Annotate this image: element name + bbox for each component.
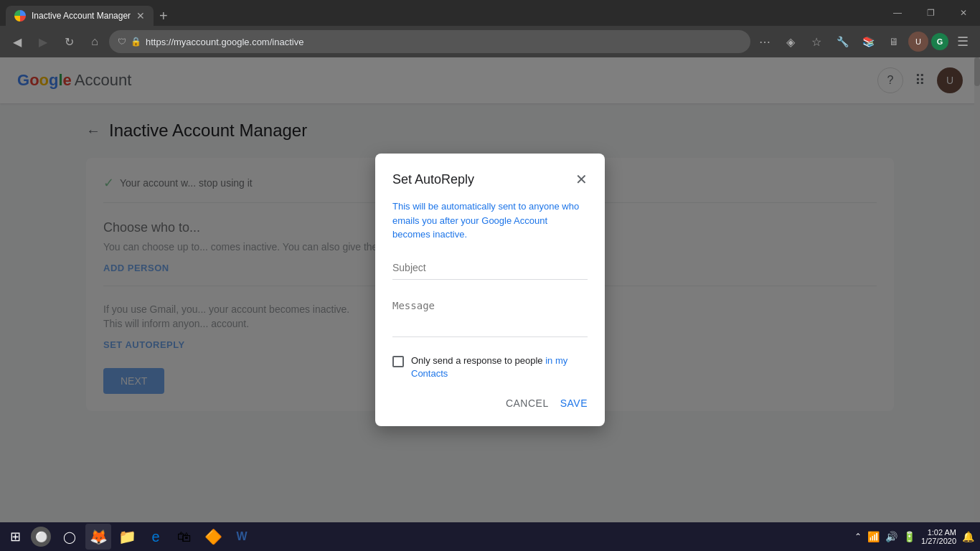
- window-controls: — ❐ ✕: [881, 0, 980, 26]
- tab-favicon: [14, 10, 26, 22]
- taskbar-cortana-icon[interactable]: ◯: [57, 524, 83, 550]
- minimize-button[interactable]: —: [881, 0, 914, 26]
- tab-bar: Inactive Account Manager ✕ + — ❐ ✕: [0, 0, 980, 26]
- taskbar-edge[interactable]: e: [143, 524, 169, 550]
- security-shield-icon: 🛡: [118, 37, 126, 47]
- contacts-checkbox-label: Only send a response to people in my Con…: [411, 354, 588, 380]
- taskbar-store[interactable]: 🛍: [171, 524, 197, 550]
- checkbox-label-text: Only send a response to people: [411, 355, 545, 366]
- menu-button[interactable]: ☰: [951, 30, 974, 53]
- dialog-description: This will be automatically sent to anyon…: [392, 199, 588, 242]
- page: Google Account ? ⠿ U ← Inactive Account …: [0, 57, 980, 522]
- subject-input[interactable]: [392, 256, 588, 280]
- file-explorer-icon: 📁: [118, 528, 136, 545]
- dialog-close-button[interactable]: ✕: [575, 171, 588, 188]
- extensions-icon[interactable]: 🔧: [831, 30, 854, 53]
- forward-button[interactable]: ▶: [32, 30, 55, 53]
- close-button[interactable]: ✕: [947, 0, 980, 26]
- profile-green-circle[interactable]: G: [931, 33, 948, 50]
- synced-tabs-icon[interactable]: 🖥: [882, 30, 905, 53]
- refresh-button[interactable]: ↻: [57, 30, 80, 53]
- battery-icon[interactable]: 🔋: [903, 531, 915, 542]
- address-text: https://myaccount.google.com/inactive: [146, 37, 742, 47]
- message-input[interactable]: [392, 294, 588, 337]
- firefox-icon: 🦊: [90, 528, 108, 545]
- home-button[interactable]: ⌂: [83, 30, 106, 53]
- store-icon: 🛍: [177, 529, 192, 545]
- vlc-icon: 🔶: [204, 528, 222, 545]
- taskbar-time: 1:02 AM: [921, 528, 956, 537]
- toolbar-actions: ⋯ ◈ ☆ 🔧 📚 🖥 U G ☰: [753, 30, 974, 53]
- edge-icon: e: [151, 529, 159, 545]
- cancel-button[interactable]: CANCEL: [506, 397, 549, 409]
- taskbar-search[interactable]: ⚪: [28, 524, 54, 550]
- account-avatar[interactable]: U: [908, 32, 928, 52]
- taskbar-right: ⌃ 📶 🔊 🔋 1:02 AM 1/27/2020 🔔: [854, 528, 974, 545]
- tab-title: Inactive Account Manager: [32, 11, 131, 21]
- save-button[interactable]: SAVE: [560, 397, 588, 409]
- address-bar[interactable]: 🛡 🔒 https://myaccount.google.com/inactiv…: [109, 30, 750, 53]
- word-icon: W: [236, 530, 247, 543]
- pocket-icon[interactable]: ◈: [779, 30, 802, 53]
- new-tab-button[interactable]: +: [154, 6, 174, 26]
- browser-chrome: Inactive Account Manager ✕ + — ❐ ✕ ◀ ▶ ↻…: [0, 0, 980, 57]
- clock[interactable]: 1:02 AM 1/27/2020: [921, 528, 956, 545]
- dialog-header: Set AutoReply ✕: [392, 171, 588, 188]
- taskbar-date: 1/27/2020: [921, 537, 956, 545]
- active-tab[interactable]: Inactive Account Manager ✕: [6, 6, 154, 26]
- back-button[interactable]: ◀: [6, 30, 29, 53]
- lock-icon: 🔒: [131, 37, 141, 47]
- start-button[interactable]: ⊞: [6, 529, 25, 545]
- dialog-actions: CANCEL SAVE: [392, 397, 588, 409]
- search-circle-icon: ⚪: [31, 527, 51, 547]
- network-icon[interactable]: 📶: [867, 531, 880, 542]
- modal-overlay: Set AutoReply ✕ This will be automatical…: [0, 57, 980, 522]
- taskbar-word[interactable]: W: [229, 524, 255, 550]
- restore-button[interactable]: ❐: [914, 0, 947, 26]
- volume-icon[interactable]: 🔊: [885, 531, 897, 542]
- bookmark-icon[interactable]: ☆: [805, 30, 828, 53]
- dialog-title: Set AutoReply: [392, 172, 474, 187]
- more-button[interactable]: ⋯: [753, 30, 776, 53]
- tab-close-icon[interactable]: ✕: [136, 10, 145, 22]
- autoreply-dialog: Set AutoReply ✕ This will be automatical…: [375, 154, 605, 426]
- taskbar-firefox[interactable]: 🦊: [85, 524, 111, 550]
- taskbar-vlc[interactable]: 🔶: [200, 524, 226, 550]
- notification-chevron-icon[interactable]: ⌃: [854, 532, 862, 542]
- taskbar: ⊞ ⚪ ◯ 🦊 📁 e 🛍 🔶 W ⌃ 📶 🔊 🔋 1:02 AM 1/27/2…: [0, 522, 980, 551]
- contacts-checkbox[interactable]: [392, 356, 404, 367]
- taskbar-file-explorer[interactable]: 📁: [114, 524, 140, 550]
- contacts-only-row: Only send a response to people in my Con…: [392, 354, 588, 380]
- notification-bell-icon[interactable]: 🔔: [962, 531, 974, 542]
- toolbar: ◀ ▶ ↻ ⌂ 🛡 🔒 https://myaccount.google.com…: [0, 26, 980, 57]
- reading-list-icon[interactable]: 📚: [857, 30, 880, 53]
